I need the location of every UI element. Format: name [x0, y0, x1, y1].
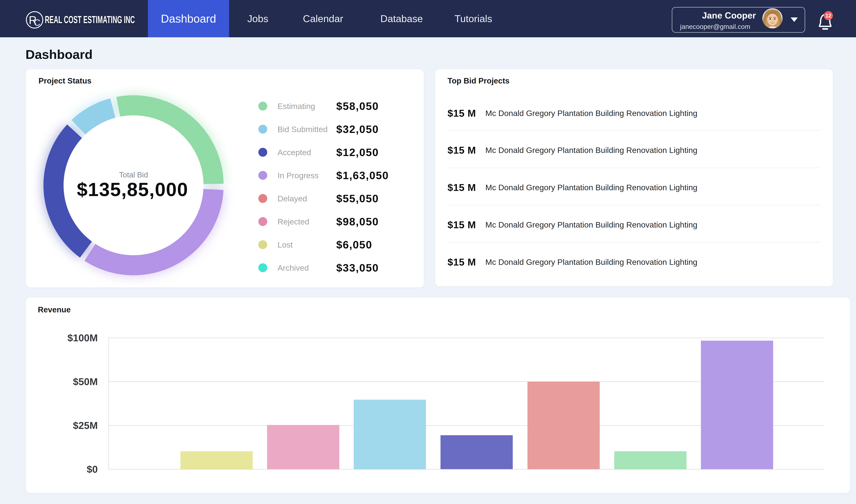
svg-text:$135,85,000: $135,85,000 — [77, 179, 188, 200]
svg-text:C: C — [34, 18, 40, 28]
svg-text:Total Bid: Total Bid — [119, 170, 148, 179]
